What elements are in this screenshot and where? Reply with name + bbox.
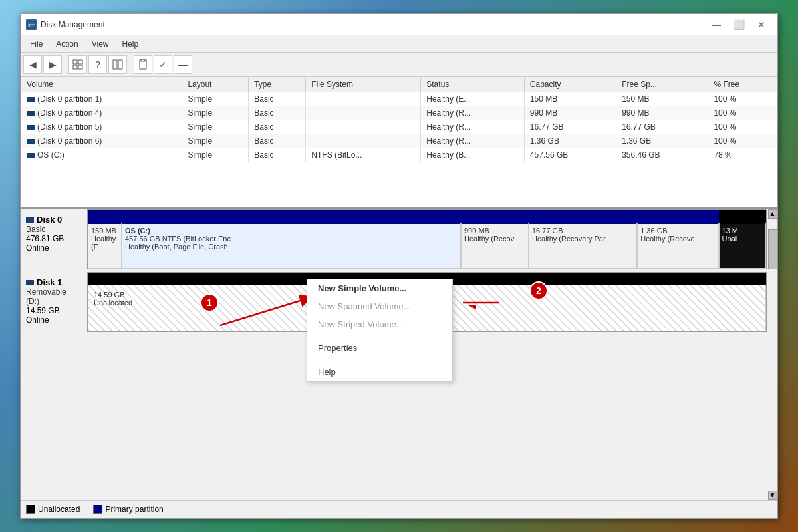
cell-fs-2 [306,120,421,134]
scroll-down[interactable]: ▼ [768,491,777,500]
cell-free-2: 16.77 GB [616,120,708,134]
table-row[interactable]: (Disk 0 partition 6) Simple Basic Health… [21,134,777,148]
app-icon [26,19,37,30]
disk0-partitions: 150 MB Healthy (E OS (C:) 457.56 GB NTFS… [87,209,767,269]
maximize-button[interactable]: ⬜ [728,17,749,33]
disk-view-container: Disk 0 Basic 476.81 GB Online [21,209,777,500]
toolbar-grid[interactable] [68,55,87,74]
disk0-part2[interactable]: OS (C:) 457.56 GB NTFS (BitLocker Enc He… [122,222,461,269]
disk-view: Disk 0 Basic 476.81 GB Online [21,209,767,500]
cell-fs-3 [306,134,421,148]
disk0-type: Basic [26,225,82,234]
cell-pct-2: 100 % [708,120,777,134]
toolbar-forward[interactable]: ▶ [43,55,62,74]
legend-unallocated-label: Unallocated [38,505,80,514]
cell-volume-4: OS (C:) [21,148,182,162]
cell-layout-4: Simple [182,148,249,162]
disk0-label: Disk 0 Basic 476.81 GB Online [21,209,87,269]
col-filesystem: File System [306,77,421,92]
table-row[interactable]: OS (C:) Simple Basic NTFS (BitLo... Heal… [21,148,777,162]
cell-volume-2: (Disk 0 partition 5) [21,120,182,134]
disk0-bar [88,210,766,222]
cell-capacity-3: 1.36 GB [524,134,616,148]
toolbar-dash[interactable]: — [174,55,192,74]
table-row[interactable]: (Disk 0 partition 4) Simple Basic Health… [21,106,777,120]
cell-fs-1 [306,106,421,120]
cell-layout-0: Simple [182,92,249,106]
close-button[interactable]: ✕ [751,17,772,33]
disk0-status: Online [26,243,82,253]
legend-primary-icon [93,505,102,514]
disk0-bar-seg1 [88,210,122,222]
cell-capacity-4: 457.56 GB [524,148,616,162]
context-separator2 [307,360,452,360]
col-layout: Layout [182,77,249,92]
disk0-bar-seg5 [637,210,718,222]
legend-bar: Unallocated Primary partition [21,500,777,518]
menu-help[interactable]: Help [116,37,146,51]
disk0-bar-seg6 [719,210,766,222]
window-title: Disk Management [41,20,706,29]
cell-status-0: Healthy (E... [421,92,525,106]
cell-type-0: Basic [249,92,306,106]
disk0-size: 476.81 GB [26,234,82,243]
menu-view[interactable]: View [85,37,116,51]
menu-bar: File Action View Help [21,35,777,53]
disk0-part1[interactable]: 150 MB Healthy (E [88,222,122,269]
legend-unallocated: Unallocated [26,505,80,514]
disk1-area: Disk 1 Removable (D:) 14.59 GB Online [21,272,767,332]
menu-action[interactable]: Action [49,37,84,51]
table-row[interactable]: (Disk 0 partition 5) Simple Basic Health… [21,120,777,134]
disk1-label: Disk 1 Removable (D:) 14.59 GB Online [21,272,87,332]
cell-status-3: Healthy (R... [421,134,525,148]
table-row[interactable]: (Disk 0 partition 1) Simple Basic Health… [21,92,777,106]
cell-type-1: Basic [249,106,306,120]
context-properties[interactable]: Properties [307,339,452,357]
toolbar-check[interactable]: ✓ [154,55,172,74]
col-volume: Volume [21,77,182,92]
col-pctfree: % Free [708,77,777,92]
svg-rect-1 [28,24,35,25]
svg-rect-7 [113,60,117,69]
disk1-type: Removable (D:) [26,287,82,306]
cell-pct-0: 100 % [708,92,777,106]
toolbar-clipboard[interactable] [134,55,152,74]
toolbar-view2[interactable] [108,55,127,74]
col-capacity: Capacity [524,77,616,92]
toolbar-back[interactable]: ◀ [23,55,42,74]
cell-layout-3: Simple [182,134,249,148]
legend-primary-label: Primary partition [105,505,163,514]
cell-volume-0: (Disk 0 partition 1) [21,92,182,106]
context-new-simple[interactable]: New Simple Volume... [307,279,452,297]
svg-point-2 [29,25,31,27]
cell-fs-0 [306,92,421,106]
disk0-bar-seg3 [461,210,529,222]
disk0-cells: 150 MB Healthy (E OS (C:) 457.56 GB NTFS… [88,222,766,269]
disk0-part6[interactable]: 13 M Unal [719,222,766,269]
menu-file[interactable]: File [23,37,49,51]
svg-rect-8 [118,60,122,69]
scroll-up[interactable]: ▲ [768,209,777,219]
disk0-bar-seg2 [122,210,461,222]
context-menu: New Simple Volume... New Spanned Volume.… [307,279,453,382]
toolbar-help[interactable]: ? [88,55,107,74]
cell-volume-1: (Disk 0 partition 4) [21,106,182,120]
volume-table: Volume Layout Type File System Status Ca… [21,76,777,162]
disk1-status: Online [26,315,82,325]
context-help[interactable]: Help [307,363,452,381]
cell-free-4: 356.46 GB [616,148,708,162]
disk0-part3[interactable]: 990 MB Healthy (Recov [461,222,529,269]
scrollbar-thumb[interactable] [768,229,777,269]
cell-capacity-1: 990 MB [524,106,616,120]
minimize-button[interactable]: — [706,17,727,33]
disk1-size: 14.59 GB [26,306,82,315]
cell-layout-2: Simple [182,120,249,134]
scrollbar[interactable]: ▲ ▼ [767,209,777,500]
col-free: Free Sp... [616,77,708,92]
disk0-part5[interactable]: 1.36 GB Healthy (Recove [637,222,718,269]
disk0-part4[interactable]: 16.77 GB Healthy (Recovery Par [529,222,637,269]
cell-free-0: 150 MB [616,92,708,106]
disk1-name: Disk 1 [37,277,62,287]
cell-pct-3: 100 % [708,134,777,148]
cell-capacity-0: 150 MB [524,92,616,106]
